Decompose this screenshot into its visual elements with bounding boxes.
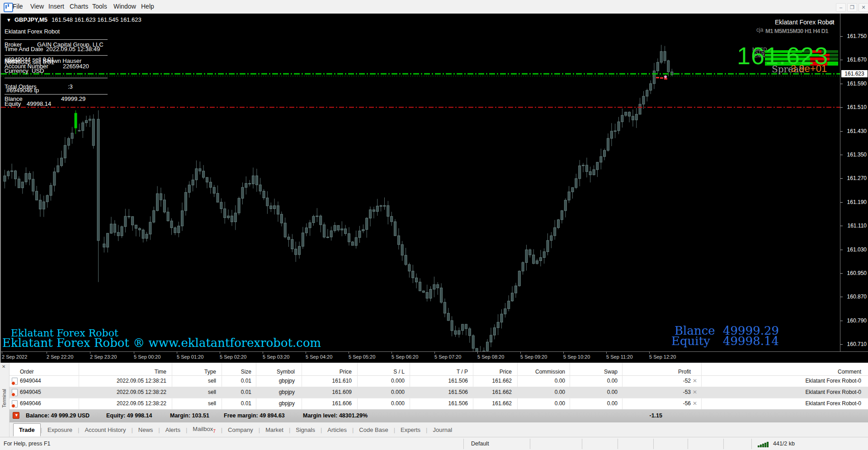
tab-code-base[interactable]: Code Base [354,424,393,436]
column-header-comment[interactable]: Comment [838,369,861,375]
status-separator [530,439,530,449]
corner-equity-value: 49998.14 [723,334,779,348]
column-header-price[interactable]: Price [500,369,512,375]
time-tick-label: 5 Sep 01:20 [177,354,203,360]
table-row-order-6949045[interactable]: 69490452022.09.05 12:38:22sell0.01gbpjpy… [9,387,868,398]
menu-item-help[interactable]: Help [141,3,154,10]
column-header-t-p[interactable]: T / P [457,369,468,375]
cell-price: 161.662 [492,400,512,407]
close-button[interactable]: ✕ [859,3,868,12]
chart-window[interactable]: ▼ GBPJPY,M5 161.548 161.623 161.545 161.… [0,14,868,363]
cell-time: 2022.09.05 12:38:22 [117,400,166,407]
terminal-tabs: Trade|Exposure|Account History|News|Aler… [9,422,868,437]
cell-price: 161.610 [332,378,352,384]
tab-experts[interactable]: Experts [395,424,426,436]
table-row-order-6949044[interactable]: 69490442022.09.05 12:38:21sell0.01gbpjpy… [9,375,868,387]
tab-exposure[interactable]: Exposure [42,424,78,436]
account-number-value: 22659420 [63,63,89,70]
restore-button[interactable]: ❐ [847,3,857,12]
menu-item-tools[interactable]: Tools [92,3,107,10]
tab-articles[interactable]: Articles [322,424,352,436]
time-tick-label: 5 Sep 07:20 [434,354,461,360]
connection-bars-icon [758,441,769,447]
corner-equity-label: Equity [671,334,710,348]
menu-item-window[interactable]: Window [113,3,136,10]
summary-part: Margin: 103.51 [170,412,209,419]
smiley-icon[interactable]: ☺ [829,18,835,25]
column-header-size[interactable]: Size [241,369,251,375]
time-tick-label: 5 Sep 02:20 [220,354,246,360]
time-tick-mark [263,352,263,354]
cell-type: sell [208,389,216,395]
price-tick-mark [840,273,843,274]
menu-item-charts[interactable]: Charts [70,3,88,10]
column-header-type[interactable]: Type [204,369,216,375]
price-tick-label: 161.590 [847,81,867,87]
help-text: For Help, press F1 [4,441,51,447]
price-tick-label: 161.030 [847,246,867,253]
time-tick-mark [134,352,134,354]
cell-profit: -56 [683,400,691,407]
cell-order: 6949045 [20,389,41,395]
cell-comment: Eklatant Forex Robot-0 [806,389,861,395]
tab-mailbox[interactable]: Mailbox7 [187,423,221,436]
status-separator [723,439,724,449]
tab-signals[interactable]: Signals [290,424,321,436]
menu-item-insert[interactable]: Insert [48,3,64,10]
mt4-application: FileViewInsertChartsToolsWindowHelp –❐✕ … [0,0,868,450]
close-order-icon[interactable]: ✕ [693,400,697,407]
cell-s-l: 0.000 [391,378,405,384]
time-tick-label: 5 Sep 03:20 [263,354,289,360]
account-summary-row: ▼ Balance: 49 999.29 USDEquity: 49 998.1… [9,409,868,423]
cell-price: 161.662 [492,389,512,395]
tab-news[interactable]: News [133,424,159,436]
time-tick-mark [434,352,435,354]
tab-company[interactable]: Company [222,424,259,436]
price-axis[interactable]: 161.623 161.750161.670161.590161.510161.… [840,14,868,351]
cell-type: sell [208,378,216,384]
time-tick-label: 2 Sep 23:20 [90,354,117,360]
summary-part: Balance: 49 999.29 USD [26,412,90,419]
time-tick-label: 5 Sep 08:20 [477,354,504,360]
menu-item-view[interactable]: View [30,3,44,10]
currency-value: USD [32,67,44,74]
tab-account-history[interactable]: Account History [79,424,131,436]
column-header-profit[interactable]: Profit [678,369,691,375]
tab-market[interactable]: Market [260,424,289,436]
status-separator [463,439,464,449]
time-tick-mark [477,352,478,354]
column-header-symbol[interactable]: Symbol [277,369,295,375]
close-order-icon[interactable]: ✕ [693,389,697,395]
time-tick-mark [220,352,220,354]
table-row-order-6949046[interactable]: 69490462022.09.05 12:38:22sell0.01gbpjpy… [9,398,868,410]
column-header-time[interactable]: Time [155,369,166,375]
price-tick-mark [840,84,843,84]
column-header-commission[interactable]: Commission [535,369,565,375]
sell-order-icon [12,378,18,385]
time-tick-mark [349,352,349,354]
orders-table-header: Order∕TimeTypeSizeSymbolPriceS / LT / PP… [9,365,868,376]
orders-table: Order∕TimeTypeSizeSymbolPriceS / LT / PP… [0,363,868,409]
time-tick-mark [90,352,90,354]
tab-journal[interactable]: Journal [428,424,458,436]
menu-item-file[interactable]: File [13,3,23,10]
cell-order: 6949046 [20,400,41,407]
price-tick-mark [840,107,843,108]
current-price-tag: 161.623 [841,70,868,77]
price-tick-mark [840,178,843,179]
candlestick-chart[interactable] [1,14,840,351]
minimize-button[interactable]: – [836,3,846,12]
close-order-icon[interactable]: ✕ [693,378,697,384]
profile-name[interactable]: Default [471,441,489,447]
column-header-swap[interactable]: Swap [604,369,618,375]
cell-s-l: 0.000 [391,389,405,395]
column-header-price[interactable]: Price [340,369,352,375]
symbol-dropdown-icon[interactable]: ▼ [6,17,11,23]
tab-alerts[interactable]: Alerts [160,424,186,436]
time-axis[interactable]: 2 Sep 20222 Sep 22:202 Sep 23:205 Sep 00… [1,352,868,363]
tab-trade[interactable]: Trade [13,423,41,436]
column-header-s-l[interactable]: S / L [393,369,405,375]
time-tick-mark [520,352,521,354]
time-tick-label: 5 Sep 10:20 [563,354,590,360]
timeframe-buttons[interactable]: M1 M5M15M30 H1 H4 D1 [765,28,828,34]
